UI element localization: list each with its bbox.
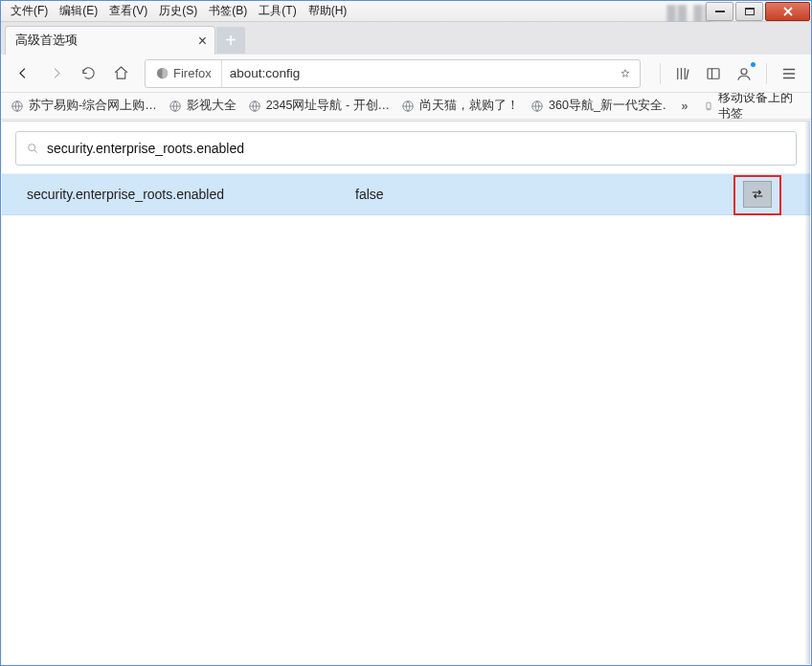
swap-arrows-icon	[750, 188, 765, 201]
window-buttons	[704, 2, 810, 21]
bookmark-star-button[interactable]	[611, 59, 640, 88]
bookmarks-overflow-button[interactable]: »	[677, 100, 691, 113]
account-button[interactable]	[730, 59, 758, 88]
window-right-edge-shadow	[804, 122, 810, 664]
globe-icon	[11, 100, 24, 113]
tab-title: 高级首选项	[15, 33, 78, 49]
sidebar-button[interactable]	[699, 59, 728, 88]
notification-dot-icon	[751, 62, 756, 67]
bookmark-label: 尚天猫，就购了！	[419, 98, 519, 114]
menu-history[interactable]: 历史(S)	[153, 1, 203, 21]
window-close-button[interactable]	[765, 2, 810, 21]
mobile-icon	[704, 100, 713, 113]
bookmark-label: 影视大全	[187, 98, 237, 114]
pref-value: false	[355, 187, 743, 202]
pref-name: security.enterprise_roots.enabled	[15, 187, 355, 202]
nav-home-button[interactable]	[106, 59, 135, 88]
config-search-input[interactable]: security.enterprise_roots.enabled	[15, 131, 797, 166]
config-search-value: security.enterprise_roots.enabled	[47, 141, 244, 156]
bookmark-item[interactable]: 苏宁易购-综合网上购…	[11, 98, 157, 114]
bookmark-label: 360导航_新一代安全.	[549, 98, 665, 114]
globe-icon	[530, 100, 544, 113]
menu-bookmarks[interactable]: 书签(B)	[203, 1, 253, 21]
svg-rect-1	[708, 68, 719, 78]
menu-help[interactable]: 帮助(H)	[303, 1, 353, 21]
search-icon	[26, 142, 39, 155]
nav-forward-button[interactable]	[41, 59, 70, 88]
menu-view[interactable]: 查看(V)	[103, 1, 153, 21]
bookmarks-toolbar: 苏宁易购-综合网上购… 影视大全 2345网址导航 - 开创… 尚天猫，就购了！…	[1, 93, 811, 120]
window-maximize-button[interactable]	[735, 2, 763, 21]
identity-label: Firefox	[173, 66, 212, 80]
globe-icon	[401, 100, 415, 113]
app-menu-button[interactable]	[775, 59, 803, 88]
svg-point-9	[708, 108, 709, 109]
new-tab-button[interactable]: +	[216, 27, 245, 54]
globe-icon	[169, 100, 182, 113]
library-button[interactable]	[668, 59, 697, 88]
nav-reload-button[interactable]	[74, 59, 102, 88]
svg-point-10	[29, 144, 35, 151]
navigation-toolbar: Firefox about:config	[1, 55, 811, 93]
firefox-logo-icon	[155, 66, 169, 80]
bookmark-item[interactable]: 影视大全	[169, 98, 237, 114]
nav-right-icons	[654, 59, 803, 88]
menu-file[interactable]: 文件(F)	[5, 1, 54, 21]
svg-point-2	[741, 68, 747, 74]
bookmark-label: 苏宁易购-综合网上购…	[29, 98, 157, 114]
menu-tools[interactable]: 工具(T)	[253, 1, 302, 21]
globe-icon	[248, 100, 261, 113]
nav-back-button[interactable]	[9, 59, 37, 88]
url-text: about:config	[222, 66, 611, 80]
mobile-bookmarks-item[interactable]: 移动设备上的书签	[704, 93, 802, 120]
window-minimize-button[interactable]	[706, 2, 733, 21]
menu-edit[interactable]: 编辑(E)	[54, 1, 103, 21]
identity-box[interactable]: Firefox	[146, 60, 222, 87]
bookmark-item[interactable]: 尚天猫，就购了！	[401, 98, 519, 114]
tab-strip: 高级首选项 × +	[1, 22, 811, 55]
about-config-content: security.enterprise_roots.enabled securi…	[2, 121, 810, 664]
mobile-bookmarks-label: 移动设备上的书签	[718, 93, 801, 120]
bookmark-item[interactable]: 2345网址导航 - 开创…	[248, 98, 390, 114]
pref-toggle-button[interactable]	[743, 181, 772, 208]
bookmark-label: 2345网址导航 - 开创…	[266, 98, 390, 114]
tab-close-icon[interactable]: ×	[198, 33, 207, 50]
tab-active[interactable]: 高级首选项 ×	[5, 26, 215, 55]
config-result-row[interactable]: security.enterprise_roots.enabled false	[2, 173, 810, 215]
bookmark-item[interactable]: 360导航_新一代安全.	[530, 98, 665, 114]
url-bar[interactable]: Firefox about:config	[145, 59, 641, 88]
